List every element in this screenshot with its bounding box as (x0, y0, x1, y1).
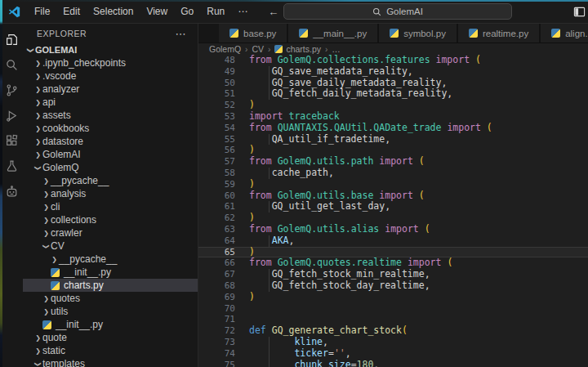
token (272, 155, 278, 167)
titlebar: FileEditSelectionViewGoRun⋯ ← → GolemAI (0, 0, 588, 24)
chevron-down-icon: ❯ (34, 360, 42, 367)
tab-base-py[interactable]: base.py (219, 24, 288, 43)
tree-item-datastore[interactable]: ❯datastore (23, 135, 198, 148)
menu-item-selection[interactable]: Selection (87, 3, 140, 20)
breadcrumb-separator: › (245, 45, 247, 54)
menu-item-go[interactable]: Go (174, 3, 200, 20)
tree-item-label: GolemAI (42, 149, 81, 160)
line-content: kline, (249, 337, 328, 348)
tree-item-label: utils (51, 306, 68, 317)
run-and-debug-icon[interactable] (0, 103, 23, 128)
chevron-right-icon: ❯ (42, 295, 51, 302)
explorer-icon[interactable] (0, 27, 23, 52)
token: ( (425, 223, 430, 235)
line-number: 64 (198, 235, 249, 247)
command-center[interactable]: GolemAI (283, 3, 512, 20)
token (481, 122, 487, 133)
code-line-69: 69) (198, 292, 588, 303)
workbench: EXPLORER ⋯ ❯ GOLEMAI ❯.ipynb_checkpoints… (0, 24, 588, 367)
python-file-icon (390, 29, 399, 38)
tree-item-utils[interactable]: ❯utils (23, 305, 198, 318)
tree-item-cv[interactable]: ❯CV (23, 239, 198, 253)
explorer-more-actions-icon[interactable]: ⋯ (172, 28, 190, 40)
explorer-title: EXPLORER (37, 29, 87, 38)
tab-label: realtime.py (483, 29, 528, 38)
line-number: 73 (198, 337, 249, 348)
token (272, 223, 278, 235)
tree-item-collections[interactable]: ❯collections (23, 213, 198, 226)
breadcrumb-item-cv[interactable]: CV (252, 44, 264, 54)
code-line-48: 48from GolemQ.collections.features impor… (198, 55, 588, 66)
code-line-59: 59) (198, 179, 588, 190)
token: ) (249, 246, 255, 257)
search-view-icon[interactable] (0, 52, 23, 78)
tree-item---pycache--[interactable]: ❯__pycache__ (23, 174, 198, 187)
workspace-root-folder[interactable]: ❯ GOLEMAI (23, 43, 198, 56)
tab-align-py[interactable]: align.py (541, 24, 588, 43)
back-icon[interactable]: ← (262, 4, 284, 20)
customize-layout-icon[interactable] (573, 6, 586, 18)
tree-item-cookbooks[interactable]: ❯cookbooks (23, 122, 198, 135)
tree-item-charts-py[interactable]: charts.py (23, 279, 198, 292)
tree-item---init---py[interactable]: __init__.py (23, 266, 198, 279)
tree-item---pycache--[interactable]: ❯__pycache__ (23, 253, 198, 266)
line-number: 56 (198, 145, 249, 156)
line-content: QA_util_if_tradetime, (249, 134, 390, 145)
chevron-right-icon: ❯ (33, 60, 42, 67)
tab-realtime-py[interactable]: realtime.py (458, 24, 541, 43)
token: , (373, 359, 379, 367)
tree-item-analysis[interactable]: ❯analysis (23, 187, 198, 200)
code-editor[interactable]: 48from GolemQ.collections.features impor… (198, 55, 588, 367)
tree-item-golemai[interactable]: ❯GolemAI (23, 148, 198, 161)
tab---main---py[interactable]: __main__.py (288, 24, 379, 43)
tab-symbol-py[interactable]: symbol.py (379, 24, 458, 43)
code-line-67: 67 GQ_fetch_stock_min_realtime, (198, 269, 588, 280)
tree-item-quote[interactable]: ❯quote (23, 331, 198, 344)
line-number: 68 (198, 280, 249, 292)
menu-item-file[interactable]: File (28, 3, 56, 20)
tree-item-crawler[interactable]: ❯crawler (23, 226, 198, 239)
token (249, 359, 294, 367)
testing-icon[interactable] (0, 154, 23, 179)
line-content: import traceback (249, 111, 340, 123)
tree-item-quotes[interactable]: ❯quotes (23, 292, 198, 305)
tree-item---init---py[interactable]: __init__.py (23, 318, 198, 331)
line-number: 50 (198, 78, 249, 89)
line-content: from GolemQ.utils.alias import ( (249, 224, 430, 235)
tree-item-templates[interactable]: ❯templates (23, 357, 198, 367)
code-line-56: 56) (198, 145, 588, 156)
indent-guide (269, 337, 270, 348)
tab-bar: base.py__main__.pysymbol.pyrealtime.pyal… (198, 24, 588, 43)
tree-item-golemq[interactable]: ❯GolemQ (23, 161, 198, 174)
chevron-right-icon: ❯ (33, 86, 42, 93)
token: , (345, 347, 351, 359)
token (249, 336, 294, 347)
python-file-icon (469, 29, 478, 38)
menu-item-edit[interactable]: Edit (56, 3, 87, 20)
token (413, 190, 419, 201)
breadcrumb: GolemQ›CV›charts.py›… (198, 43, 588, 55)
tree-item-cli[interactable]: ❯cli (23, 200, 198, 213)
breadcrumb-item-[interactable]: … (332, 44, 341, 54)
tree-item-assets[interactable]: ❯assets (23, 109, 198, 122)
line-number: 69 (198, 292, 249, 303)
breadcrumb-item-golemq[interactable]: GolemQ (209, 44, 241, 54)
menu-item-run[interactable]: Run (200, 3, 231, 20)
code-line-73: 73 kline, (198, 337, 588, 348)
source-control-icon[interactable] (0, 78, 23, 103)
chat-robot-icon[interactable] (0, 179, 23, 204)
menu-item-view[interactable]: View (140, 3, 174, 20)
menu-item-[interactable]: ⋯ (231, 3, 254, 20)
breadcrumb-item-chartspy[interactable]: charts.py (274, 44, 321, 54)
tree-item-analyzer[interactable]: ❯analyzer (23, 83, 198, 96)
code-line-66: 66from GolemQ.quotes.realtime import ( (198, 257, 588, 269)
extensions-icon[interactable] (0, 128, 23, 154)
line-content: ) (249, 100, 255, 111)
tree-item--ipynb-checkpoints[interactable]: ❯.ipynb_checkpoints (23, 56, 198, 69)
token: GQ_fetch_daily_metadata_reality, (249, 87, 452, 99)
tree-item-static[interactable]: ❯static (23, 344, 198, 357)
tree-item-api[interactable]: ❯api (23, 96, 198, 109)
line-number: 72 (198, 325, 249, 337)
tree-item--vscode[interactable]: ❯.vscode (23, 69, 198, 83)
line-number: 66 (198, 257, 249, 269)
